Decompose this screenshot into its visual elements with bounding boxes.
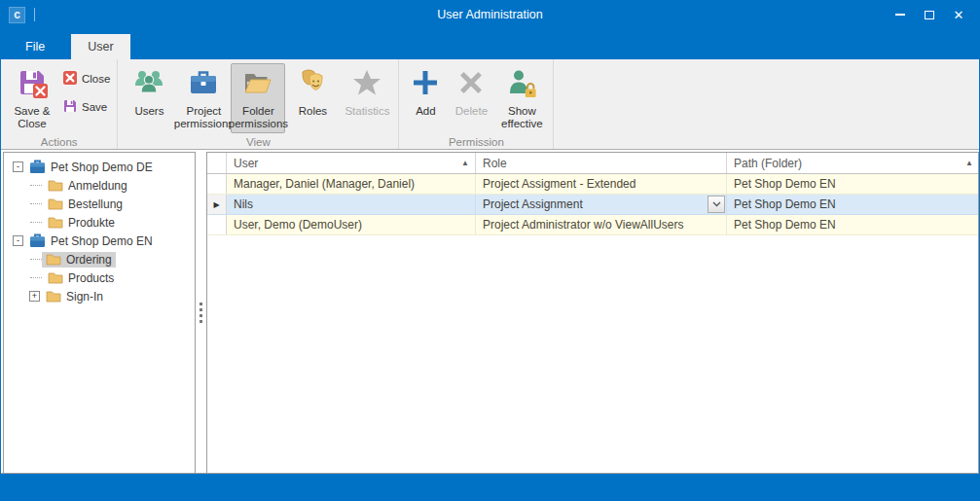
save-and-close-button[interactable]: Save & Close [5,63,59,133]
roles-label: Roles [299,105,327,118]
folder-permissions-label: Folder permissions [229,105,288,130]
save-label: Save [82,101,107,113]
window-controls: ✕ [886,1,973,28]
header-corner-icon: ▲ [965,159,973,167]
tree-guide [30,203,42,204]
user-cell[interactable]: Manager, Daniel (Manager, Daniel) [227,174,476,194]
tree-item-sign-in[interactable]: + Sign-In [4,287,195,305]
project-permissions-label: Project permissions [174,105,234,130]
show-effective-button[interactable]: Show effective [494,63,549,133]
permissions-grid: User ▲ Role Path (Folder) ▲ Manager, Dan… [206,152,979,474]
show-effective-label: Show effective [501,105,543,130]
tree-item-label: Ordering [66,253,112,267]
tree-item-label: Bestellung [68,197,123,211]
close-label: Close [82,73,110,85]
tree-guide [30,259,42,260]
table-row[interactable]: Manager, Daniel (Manager, Daniel) Projec… [207,174,978,195]
statistics-icon [351,67,382,102]
grid-header-row: User ▲ Role Path (Folder) ▲ [207,153,978,174]
save-icon [62,98,78,116]
collapse-icon[interactable]: - [13,161,23,172]
maximize-icon [925,11,934,19]
group-label-permission: Permission [399,136,553,148]
user-administration-window: c User Administration ✕ File User [0,0,980,501]
tab-user[interactable]: User [71,34,129,59]
path-cell[interactable]: Pet Shop Demo EN [727,215,978,234]
tree-item-products[interactable]: Products [4,268,195,287]
ribbon: Save & Close Close [1,59,979,150]
statistics-button: Statistics [340,63,394,133]
group-label-actions: Actions [1,136,117,148]
quick-access-separator [34,8,35,21]
table-row-selected[interactable]: ▶ Nils Project Assignment Pet Shop Demo … [207,195,978,215]
user-cell[interactable]: Nils [227,195,476,214]
users-button[interactable]: Users [122,63,176,133]
save-button[interactable]: Save [59,97,113,117]
add-button[interactable]: Add [403,63,448,133]
maximize-button[interactable] [915,1,944,28]
save-and-close-icon [17,67,48,102]
statistics-label: Statistics [345,105,389,118]
tree-item-label: Pet Shop Demo EN [51,234,153,248]
close-icon: ✕ [954,9,964,21]
column-header-path[interactable]: Path (Folder) [727,153,978,173]
save-and-close-label: Save & Close [14,105,50,130]
path-cell[interactable]: Pet Shop Demo EN [727,195,978,214]
folder-icon [48,271,63,284]
folder-icon [48,216,63,229]
tree-item-label: Pet Shop Demo DE [51,161,153,174]
actions-small-buttons: Close Save [59,63,113,117]
folder-permissions-button[interactable]: Folder permissions [231,63,285,133]
close-button[interactable]: Close [59,69,113,89]
role-cell[interactable]: Project Administrator w/o ViewAllUsers [476,215,727,234]
delete-label: Delete [455,105,488,118]
tree-guide [30,185,42,186]
tree-item-bestellung[interactable]: Bestellung [4,195,195,213]
tree-item-anmeldung[interactable]: Anmeldung [4,176,195,195]
column-header-role[interactable]: Role [476,153,727,173]
project-icon [29,233,46,248]
folder-icon [46,253,61,266]
close-action-icon [62,70,78,88]
users-label: Users [134,105,163,118]
delete-icon [455,67,487,102]
roles-icon [297,67,328,102]
tree-item-produkte[interactable]: Produkte [4,213,195,232]
role-cell[interactable]: Project Assigment - Extended [476,174,727,194]
user-cell[interactable]: User, Demo (DemoUser) [227,215,476,234]
minimize-button[interactable] [886,1,915,28]
collapse-icon[interactable]: - [13,235,23,246]
focused-row-icon: ▶ [213,200,219,209]
roles-button[interactable]: Roles [285,63,340,133]
tree-guide [30,277,42,278]
column-header-user[interactable]: User ▲ [227,153,476,173]
tab-file[interactable]: File [9,34,61,59]
tree-item-pet-shop-demo-en[interactable]: - Pet Shop Demo EN [4,232,195,250]
row-indicator-cell [207,174,227,194]
expand-icon[interactable]: + [29,291,40,302]
tree-item-pet-shop-demo-de[interactable]: - Pet Shop Demo DE [4,158,195,176]
tree-item-ordering[interactable]: Ordering [4,250,195,268]
titlebar: c User Administration ✕ [1,1,979,28]
row-indicator-cell: ▶ [207,195,227,214]
close-window-button[interactable]: ✕ [944,1,973,28]
folder-icon [46,290,61,303]
tree-item-label: Products [68,271,114,285]
project-permissions-button[interactable]: Project permissions [176,63,231,133]
table-row[interactable]: User, Demo (DemoUser) Project Administra… [207,215,978,235]
row-indicator-header [207,153,227,173]
role-cell[interactable]: Project Assignment [476,195,727,214]
path-cell[interactable]: Pet Shop Demo EN [727,174,978,194]
ribbon-empty-space [554,59,979,149]
ribbon-group-permission: Add Delete [399,59,554,149]
minimize-icon [895,14,905,16]
app-icon[interactable]: c [9,7,25,23]
folder-icon [48,179,63,192]
panel-splitter[interactable] [196,152,206,474]
folder-icon [48,197,63,210]
show-effective-icon [506,67,537,102]
add-label: Add [416,105,435,118]
window-title: User Administration [1,8,979,21]
status-bar [1,473,979,500]
role-dropdown-button[interactable] [708,196,725,213]
